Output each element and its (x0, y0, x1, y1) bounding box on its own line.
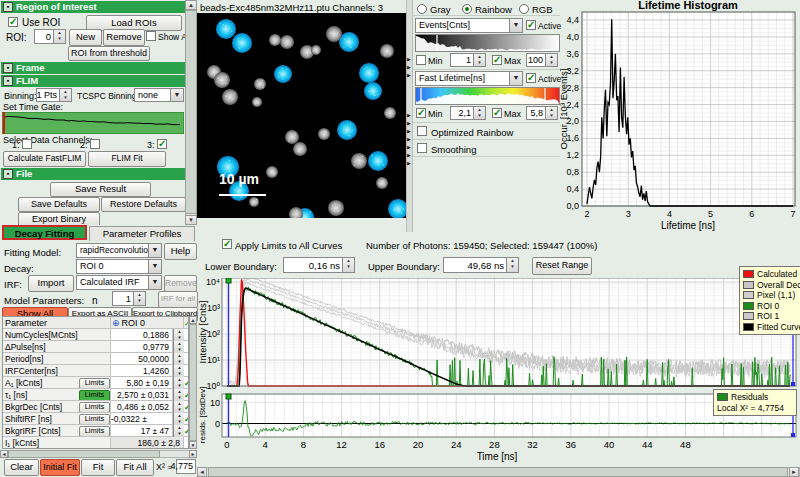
events-max-stepper[interactable]: 100 (526, 53, 558, 67)
roi-threshold-button[interactable]: ROI from threshold (68, 46, 150, 61)
spinner-arrows-icon[interactable] (53, 30, 65, 43)
smoothing-checkbox[interactable] (417, 143, 427, 153)
param-value[interactable]: 0,486 ± 0,052 (117, 402, 169, 412)
irf-for-all-button[interactable]: IRF for all (158, 291, 198, 308)
chevron-down-icon[interactable]: ▼ (148, 244, 161, 257)
upper-boundary-input[interactable]: 49,68 ns (443, 257, 519, 273)
gray-radio[interactable] (417, 4, 427, 14)
spinner-arrows-icon[interactable] (473, 54, 485, 66)
param-value[interactable]: 0,9779 (143, 342, 169, 352)
events-min-checkbox[interactable] (416, 55, 426, 65)
limits-button[interactable]: Limits (79, 426, 110, 437)
tab-parameter-profiles[interactable]: Parameter Profiles (89, 226, 195, 241)
events-min-stepper[interactable]: 1 (450, 53, 486, 67)
scroll-right-icon[interactable]: ► (789, 467, 799, 477)
limits-button[interactable]: Limits (79, 378, 110, 389)
chevron-down-icon[interactable]: ▼ (509, 19, 522, 32)
chevron-down-icon[interactable]: ▼ (509, 72, 522, 85)
irf-dropdown[interactable]: Calculated IRF▼ (76, 275, 162, 290)
scroll-down-icon[interactable]: ▼ (189, 441, 197, 449)
boundary-handle[interactable] (226, 394, 231, 399)
panel-splitter[interactable]: ▶▶▶▶▶▶▶▶▶▶ (406, 0, 413, 232)
collapse-icon[interactable]: ▪ (3, 2, 13, 12)
rgb-radio[interactable] (519, 4, 529, 14)
irf-remove-button[interactable]: Remove (164, 275, 197, 292)
spinner-arrows-icon[interactable] (473, 107, 485, 119)
param-value[interactable]: 1,4260 (143, 366, 169, 376)
clear-button[interactable]: Clear (4, 459, 39, 476)
channel-checkbox[interactable] (157, 139, 167, 149)
reset-range-button[interactable]: Reset Range (532, 257, 592, 275)
calc-fastflim-button[interactable]: Calculate FastFLIM (3, 151, 86, 167)
channel-checkbox[interactable] (22, 139, 32, 149)
scroll-up-icon[interactable]: ▲ (189, 316, 197, 324)
chevron-down-icon[interactable]: ▼ (148, 260, 161, 273)
splitter-arrow-icon[interactable]: ▶ (407, 160, 411, 166)
splitter-arrow-icon[interactable]: ▶ (407, 64, 411, 70)
param-value[interactable]: 0,1886 (143, 330, 169, 340)
export-binary-button[interactable]: Export Binary (18, 212, 100, 225)
collapse-icon[interactable]: ▪ (3, 169, 13, 179)
spinner-arrows-icon[interactable] (545, 54, 557, 66)
splitter-arrow-icon[interactable]: ▶ (407, 72, 411, 78)
scrollbar-thumb[interactable] (8, 450, 160, 458)
events-channel-dropdown[interactable]: Events[Cnts]▼ (415, 18, 523, 33)
lifetime-gradient-bar[interactable] (415, 87, 560, 105)
chevron-down-icon[interactable]: ▼ (170, 89, 183, 101)
events-gradient-bar[interactable] (415, 34, 560, 52)
binning-stepper[interactable]: 1 Pts (36, 88, 72, 102)
tcspc-binning-dropdown[interactable]: none▼ (134, 88, 184, 102)
chevron-down-icon[interactable]: ▼ (148, 276, 161, 289)
spinner-arrows-icon[interactable] (59, 89, 71, 101)
lifetime-max-stepper[interactable]: 5,8 (526, 106, 558, 120)
time-gate-plot[interactable] (2, 112, 184, 134)
limits-button[interactable]: Limits (79, 390, 110, 401)
param-value[interactable]: 5,80 ± 0,19 (127, 378, 169, 388)
spinner-arrows-icon[interactable] (342, 258, 354, 272)
limits-button[interactable]: Limits (79, 414, 110, 425)
lower-boundary-input[interactable]: 0,16 ns (283, 257, 355, 273)
lifetime-min-stepper[interactable]: 2,1 (450, 106, 486, 120)
splitter-arrow-icon[interactable]: ▶ (407, 56, 411, 62)
new-roi-button[interactable]: New (69, 29, 102, 46)
tab-decay-fitting[interactable]: Decay Fitting (2, 225, 87, 240)
scrollbar-thumb[interactable] (208, 467, 788, 477)
decay-dropdown[interactable]: ROI 0▼ (76, 259, 162, 274)
events-max-checkbox[interactable] (492, 55, 502, 65)
spinner-arrows-icon[interactable] (133, 292, 145, 305)
collapse-icon[interactable]: ▪ (3, 63, 13, 73)
param-value[interactable]: -0,0322 ± 0,0076 (111, 414, 169, 425)
fit-all-button[interactable]: Fit All (116, 459, 154, 476)
collapse-icon[interactable]: ▪ (3, 76, 13, 86)
splitter-arrow-icon[interactable]: ▶ (407, 144, 411, 150)
scroll-left-icon[interactable]: ◄ (0, 450, 8, 458)
splitter-arrow-icon[interactable]: ▶ (407, 136, 411, 142)
show-all-checkbox[interactable] (146, 31, 156, 41)
scroll-down-icon[interactable]: ▼ (185, 215, 197, 225)
splitter-arrow-icon[interactable]: ▶ (407, 128, 411, 134)
fitting-model-dropdown[interactable]: rapidReconvolution▼ (76, 243, 162, 258)
use-roi-checkbox[interactable] (8, 17, 18, 27)
fit-button[interactable]: Fit (81, 459, 115, 476)
param-value[interactable]: 50,0000 (138, 354, 169, 364)
apply-limits-checkbox[interactable] (222, 239, 232, 249)
n-stepper[interactable]: 1 (112, 291, 146, 306)
restore-defaults-button[interactable]: Restore Defaults (101, 197, 186, 212)
help-button[interactable]: Help (164, 243, 197, 260)
flim-fit-button[interactable]: FLIM Fit (88, 151, 166, 167)
spinner-arrows-icon[interactable] (545, 107, 557, 119)
splitter-arrow-icon[interactable]: ▶ (407, 112, 411, 118)
lifetime-max-checkbox[interactable] (492, 108, 502, 118)
channel-checkbox[interactable] (90, 139, 100, 149)
lifetime-channel-dropdown[interactable]: Fast Lifetime[ns]▼ (415, 71, 523, 86)
scroll-left-icon[interactable]: ◄ (197, 467, 207, 477)
scroll-right-icon[interactable]: ► (189, 450, 197, 458)
scrollbar-thumb[interactable] (189, 324, 197, 441)
save-defaults-button[interactable]: Save Defaults (18, 197, 100, 212)
splitter-arrow-icon[interactable]: ▶ (407, 152, 411, 158)
scroll-up-icon[interactable]: ▲ (185, 0, 197, 10)
lifetime-active-checkbox[interactable] (526, 73, 536, 83)
scrollbar-thumb[interactable] (185, 10, 197, 214)
rainbow-radio[interactable] (462, 4, 472, 14)
splitter-arrow-icon[interactable]: ▶ (407, 120, 411, 126)
